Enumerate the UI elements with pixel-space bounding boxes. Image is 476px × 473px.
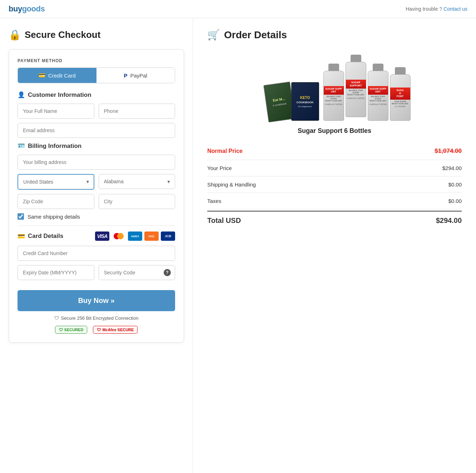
shield-icon: 🛡 bbox=[54, 315, 59, 321]
card-number-input[interactable] bbox=[18, 246, 175, 261]
right-panel: 🛒 Order Details Eat M... a cookbook bbox=[193, 18, 476, 473]
card-icon: 💳 bbox=[18, 233, 25, 240]
checkout-title: Secure Checkout bbox=[25, 29, 100, 40]
mastercard-icon bbox=[111, 231, 126, 241]
trouble-text: Having trouble ? bbox=[406, 6, 442, 12]
full-name-field bbox=[18, 104, 94, 119]
divider bbox=[18, 225, 175, 226]
paypal-label: PayPal bbox=[130, 73, 147, 79]
email-input[interactable] bbox=[18, 123, 175, 138]
zip-field bbox=[18, 194, 94, 209]
country-select[interactable]: United States Canada United Kingdom Aust… bbox=[18, 174, 94, 190]
billing-address-input[interactable] bbox=[18, 155, 175, 170]
your-price-line: Your Price $294.00 bbox=[207, 160, 462, 176]
expiry-input[interactable] bbox=[18, 265, 94, 280]
bottle-4: SUGARPORT YOUR SUGARBOOST YOUR LIFE! LLY… bbox=[390, 67, 411, 121]
credit-card-tab[interactable]: 💳 Credit Card bbox=[18, 68, 96, 83]
email-field bbox=[18, 123, 175, 138]
state-select-wrapper: Alabama Alaska Arizona California New Yo… bbox=[99, 174, 175, 190]
same-shipping-checkbox[interactable] bbox=[18, 213, 24, 220]
secure-checkout-icon: 🔒 bbox=[9, 29, 21, 41]
total-label: Total USD bbox=[207, 216, 241, 225]
product-name: Sugar Support 6 Bottles bbox=[207, 127, 462, 135]
trust-badges: 🛡 SECURED 🛡 McAfee SECURE bbox=[18, 326, 175, 334]
name-phone-row bbox=[18, 104, 175, 119]
paypal-tab[interactable]: P PayPal bbox=[96, 68, 175, 83]
billing-address-row bbox=[18, 155, 175, 170]
book-cover-2: KETO COOKBOOK for beginners bbox=[291, 82, 319, 121]
city-field bbox=[99, 194, 175, 209]
person-icon: 👤 bbox=[18, 91, 25, 99]
checkout-card: PAYMENT METHOD 💳 Credit Card P PayPal 👤 … bbox=[9, 49, 184, 343]
order-heading: 🛒 Order Details bbox=[207, 29, 462, 41]
norton-icon: 🛡 bbox=[59, 328, 63, 332]
zip-input[interactable] bbox=[18, 194, 94, 209]
card-number-row bbox=[18, 246, 175, 261]
security-help-icon[interactable]: ? bbox=[164, 269, 171, 276]
amex-icon: AMEX bbox=[128, 231, 142, 241]
email-row bbox=[18, 123, 175, 138]
zip-city-row bbox=[18, 194, 175, 209]
same-shipping-row: Same shipping details bbox=[18, 213, 175, 220]
contact-us-link[interactable]: Contact us bbox=[443, 6, 467, 12]
left-panel: 🔒 Secure Checkout PAYMENT METHOD 💳 Credi… bbox=[0, 18, 193, 473]
country-select-wrapper: United States Canada United Kingdom Aust… bbox=[18, 174, 94, 190]
city-input[interactable] bbox=[99, 194, 175, 209]
your-price-label: Your Price bbox=[207, 165, 232, 171]
payment-method-label: PAYMENT METHOD bbox=[18, 58, 175, 63]
bottle-1: SUGAR SUPPORT BALANCE YOUR SUGARBOOST YO… bbox=[323, 64, 344, 121]
secure-text: 🛡 Secure 256 Bit Encrypted Connection bbox=[18, 315, 175, 321]
shipping-line: Shipping & Handling $0.00 bbox=[207, 176, 462, 193]
credit-card-icon: 💳 bbox=[39, 72, 45, 79]
normal-price-line: Normal Price $1,074.00 bbox=[207, 143, 462, 160]
discover-icon: DISC bbox=[144, 231, 159, 241]
product-image-area: Eat M... a cookbook KETO COOKBOOK for be… bbox=[207, 49, 462, 121]
your-price-value: $294.00 bbox=[442, 165, 462, 171]
bottle-2: SUGARSUPPORT BALANCE YOUR SUGARBOOST YOU… bbox=[346, 55, 366, 117]
cart-icon: 🛒 bbox=[207, 29, 220, 41]
billing-info-heading: 🪪 Billing Information bbox=[18, 142, 175, 150]
total-line: Total USD $294.00 bbox=[207, 211, 462, 230]
billing-icon: 🪪 bbox=[18, 142, 25, 150]
card-icons-group: VISA AMEX DISC JCB bbox=[95, 231, 175, 241]
product-illustration: Eat M... a cookbook KETO COOKBOOK for be… bbox=[259, 49, 411, 121]
visa-icon: VISA bbox=[95, 231, 109, 241]
card-details-heading: 💳 Card Details bbox=[18, 233, 63, 240]
billing-address-field bbox=[18, 155, 175, 170]
taxes-label: Taxes bbox=[207, 198, 221, 204]
mcafee-badge: 🛡 McAfee SECURE bbox=[93, 326, 138, 334]
state-select[interactable]: Alabama Alaska Arizona California New Yo… bbox=[99, 174, 175, 189]
shipping-value: $0.00 bbox=[448, 181, 462, 188]
book-cover-1: Eat M... a cookbook bbox=[263, 81, 295, 122]
phone-field bbox=[99, 104, 175, 119]
customer-info-heading: 👤 Customer Information bbox=[18, 91, 175, 99]
shipping-label: Shipping & Handling bbox=[207, 181, 256, 188]
buy-now-button[interactable]: Buy Now » bbox=[18, 290, 175, 311]
main-layout: 🔒 Secure Checkout PAYMENT METHOD 💳 Credi… bbox=[0, 18, 476, 473]
expiry-field bbox=[18, 265, 94, 280]
normal-price-value: $1,074.00 bbox=[435, 148, 462, 155]
same-shipping-label: Same shipping details bbox=[28, 214, 80, 220]
header-help: Having trouble ? Contact us bbox=[406, 6, 467, 12]
taxes-value: $0.00 bbox=[448, 198, 462, 204]
total-value: $294.00 bbox=[436, 216, 462, 225]
norton-badge: 🛡 SECURED bbox=[55, 326, 88, 334]
security-field: ? bbox=[99, 265, 175, 280]
payment-tabs: 💳 Credit Card P PayPal bbox=[18, 68, 175, 83]
country-state-row: United States Canada United Kingdom Aust… bbox=[18, 174, 175, 190]
card-number-field bbox=[18, 246, 175, 261]
full-name-input[interactable] bbox=[18, 104, 94, 119]
jcb-icon: JCB bbox=[161, 231, 175, 241]
bottle-3: SUGAR SUPPORT BALANCE YOUR SUGARBOOST YO… bbox=[368, 64, 388, 121]
card-details-header: 💳 Card Details VISA AMEX bbox=[18, 231, 175, 241]
taxes-line: Taxes $0.00 bbox=[207, 193, 462, 209]
credit-card-label: Credit Card bbox=[48, 73, 76, 79]
site-logo: buygoods bbox=[9, 4, 45, 14]
paypal-icon: P bbox=[124, 73, 127, 79]
phone-input[interactable] bbox=[99, 104, 175, 119]
checkout-heading: 🔒 Secure Checkout bbox=[9, 29, 184, 41]
expiry-security-row: ? bbox=[18, 265, 175, 280]
page-header: buygoods Having trouble ? Contact us bbox=[0, 0, 476, 18]
normal-price-label: Normal Price bbox=[207, 148, 243, 154]
mcafee-icon: 🛡 bbox=[97, 328, 101, 332]
